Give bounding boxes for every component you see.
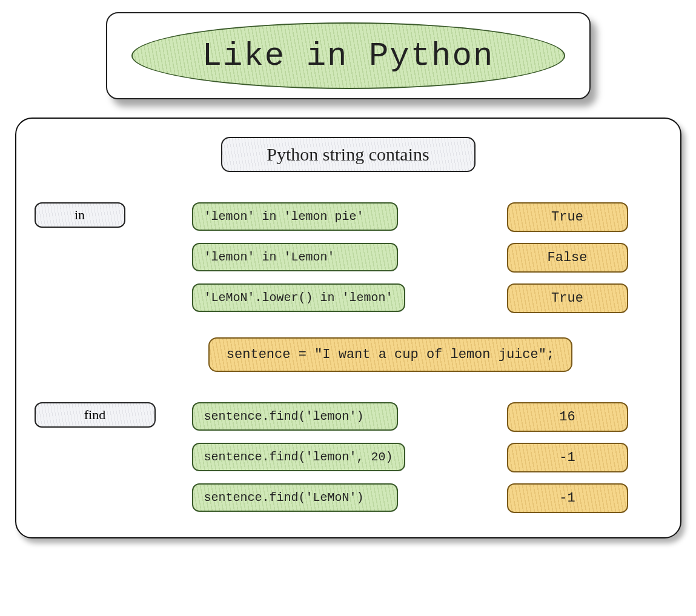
in-row-1: 'lemon' in 'Lemon' False — [35, 243, 662, 273]
code-box: 'LeMoN'.lower() in 'lemon' — [192, 283, 405, 312]
result-box: True — [507, 202, 628, 232]
code-box: 'lemon' in 'lemon pie' — [192, 202, 398, 231]
header-ellipse: Like in Python — [131, 22, 565, 89]
find-row-1: sentence.find('lemon', 20) -1 — [35, 443, 662, 472]
in-label: in — [35, 202, 125, 228]
code-box: 'lemon' in 'Lemon' — [192, 243, 398, 271]
in-row-2: 'LeMoN'.lower() in 'lemon' True — [35, 283, 662, 313]
find-row-2: sentence.find('LeMoN') -1 — [35, 483, 662, 513]
result-box: -1 — [507, 443, 628, 472]
sentence-box: sentence = "I want a cup of lemon juice"… — [208, 337, 572, 372]
result-box: False — [507, 243, 628, 273]
find-row-0: find sentence.find('lemon') 16 — [35, 402, 662, 432]
code-box: sentence.find('lemon') — [192, 402, 398, 431]
main-card: Python string contains in 'lemon' in 'le… — [15, 118, 681, 538]
find-label: find — [35, 402, 156, 428]
code-box: sentence.find('lemon', 20) — [192, 443, 405, 471]
code-box: sentence.find('LeMoN') — [192, 483, 398, 512]
result-box: True — [507, 283, 628, 313]
sentence-row: sentence = "I want a cup of lemon juice"… — [35, 337, 662, 372]
result-box: 16 — [507, 402, 628, 432]
result-box: -1 — [507, 483, 628, 513]
header-card: Like in Python — [106, 12, 591, 99]
header-title: Like in Python — [202, 38, 494, 75]
in-row-0: in 'lemon' in 'lemon pie' True — [35, 202, 662, 232]
subtitle: Python string contains — [221, 137, 476, 172]
